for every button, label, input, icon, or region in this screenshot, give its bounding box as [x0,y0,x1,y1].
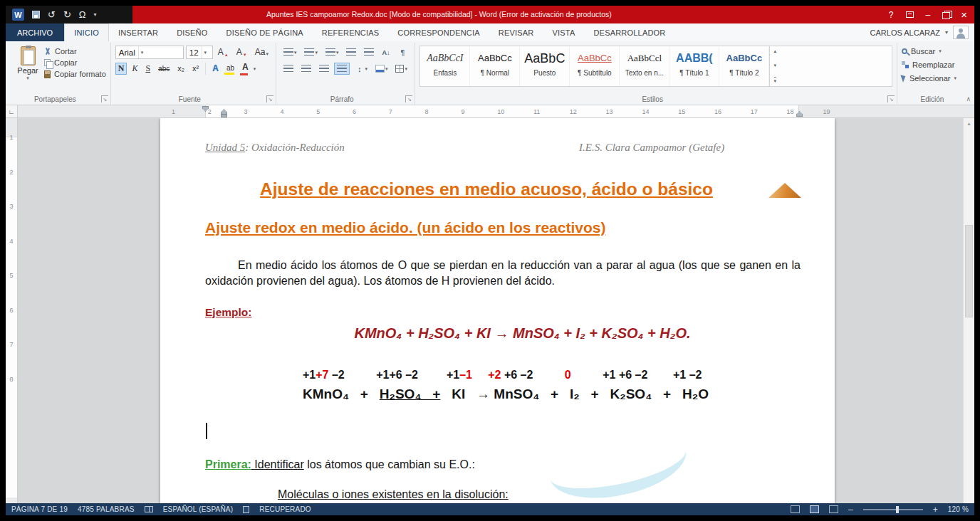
font-size-value: 12 [189,48,199,57]
style-enfasis[interactable]: AaBbCcIÉnfasis [420,46,470,86]
numbering-button[interactable]: ▾ [301,46,320,58]
format-painter-button[interactable]: Copiar formato [44,70,106,78]
justify-button[interactable] [334,63,350,75]
left-indent-marker[interactable] [221,115,227,117]
undo-icon[interactable]: ↺ [48,10,56,19]
zoom-slider-thumb[interactable] [896,506,899,513]
restore-icon[interactable] [942,12,949,18]
collapse-ribbon-icon[interactable]: ∧ [966,95,971,102]
copy-button[interactable]: Copiar [44,58,106,67]
borders-button[interactable]: ▾ [392,63,410,75]
tab-revisar[interactable]: REVISAR [489,23,543,41]
sort-button[interactable]: A↓ [379,47,392,58]
save-icon[interactable] [32,11,40,19]
underline-button[interactable]: S [142,63,153,75]
dialog-launcher-icon[interactable]: ↘ [266,95,273,102]
increase-indent-button[interactable] [361,46,377,58]
bold-button[interactable]: N [115,63,127,75]
font-color-button[interactable]: A [239,61,251,75]
dialog-launcher-icon[interactable]: ↘ [887,95,895,102]
align-center-button[interactable] [298,63,314,75]
proofing-icon[interactable] [145,506,153,512]
font-family-select[interactable]: Arial ▾ [115,46,184,59]
tab-correspondencia[interactable]: CORRESPONDENCIA [388,23,489,41]
line-spacing-button[interactable]: ↕▾ [352,61,370,77]
style-normal[interactable]: AaBbCc¶ Normal [470,46,520,86]
qat-customize-icon[interactable]: ▾ [94,12,97,18]
tab-referencias[interactable]: REFERENCIAS [313,23,388,41]
cut-button[interactable]: Cortar [44,47,106,56]
triangle-shape[interactable] [768,183,801,198]
minimize-icon[interactable]: – [926,11,931,19]
grow-font-button[interactable]: A▲ [215,46,231,58]
ruler-number: 1 [6,134,17,141]
vertical-ruler[interactable]: 12345678 [6,118,18,503]
help-icon[interactable]: ? [889,11,894,19]
highlight-button[interactable]: ab [224,63,237,75]
style-subtitulo[interactable]: AaBbCc¶ Subtítulo [570,46,620,86]
account-menu[interactable]: CARLOS ALCARAZ ▾ [870,23,974,41]
ruler-number: 7 [6,341,17,348]
page-indicator[interactable]: PÁGINA 7 DE 19 [11,505,68,513]
recovered-label[interactable]: RECUPERADO [259,505,311,513]
tab-insertar[interactable]: INSERTAR [109,23,167,41]
horizontal-ruler[interactable]: ∟ 12345678910111213141516171819 [6,105,974,118]
shading-button[interactable]: ▾ [372,63,391,75]
web-layout-icon[interactable] [829,505,838,513]
shrink-font-button[interactable]: A▼ [234,46,250,58]
align-left-button[interactable] [281,63,296,75]
tab-vista[interactable]: VISTA [543,23,584,41]
paste-button[interactable]: Pegar ▾ [11,44,44,81]
change-case-button[interactable]: Aa▾ [252,46,271,58]
omega-icon[interactable]: Ω [79,10,86,19]
dialog-launcher-icon[interactable]: ↘ [101,95,108,102]
zoom-in-button[interactable]: + [933,505,938,514]
style-texto-en-negrita[interactable]: AaBbCclTexto en n... [620,46,669,86]
word-count[interactable]: 4785 PALABRAS [78,505,135,513]
tab-desarrollador[interactable]: DESARROLLADOR [584,23,674,41]
style-titulo-1[interactable]: AABB(¶ Título 1 [669,46,719,86]
style-titulo-2[interactable]: AaBbCc¶ Título 2 [719,46,769,86]
text-effects-button[interactable]: A [209,63,221,75]
zoom-slider[interactable] [863,509,923,510]
tab-diseno-de-pagina[interactable]: DISEÑO DE PÁGINA [217,23,313,41]
decrease-indent-button[interactable] [343,46,359,58]
text-segment [472,369,488,381]
tab-inicio[interactable]: INICIO [64,23,109,41]
style-puesto[interactable]: AaBbCPuesto [520,46,570,86]
multilevel-list-button[interactable]: ▾ [323,46,342,58]
font-size-select[interactable]: 12 ▾ [186,46,213,59]
read-mode-icon[interactable] [791,505,800,513]
redo-icon[interactable]: ↻ [63,10,71,19]
tab-diseno[interactable]: DISEÑO [167,23,217,41]
styles-more-icon[interactable]: ▾ [774,77,777,84]
find-button[interactable]: Buscar▾ [902,44,970,58]
scroll-up-icon[interactable]: ▴ [774,48,777,54]
caret-down-icon[interactable]: ▾ [254,66,256,72]
document-page[interactable]: Unidad 5: Oxidación-Reducción I.E.S. Cla… [160,118,835,503]
subscript-button[interactable]: x₂ [174,63,187,74]
vertical-scrollbar[interactable]: ▴ [963,118,974,503]
superscript-button[interactable]: x² [189,63,202,74]
italic-button[interactable]: K [129,63,140,75]
scrollbar-thumb[interactable] [965,225,973,317]
tab-archivo[interactable]: ARCHIVO [6,23,64,41]
language-indicator[interactable]: ESPAÑOL (ESPAÑA) [163,505,234,513]
scroll-up-icon[interactable]: ▴ [964,118,974,127]
word-logo-icon[interactable]: W [12,9,24,21]
replace-button[interactable]: Reemplazar [902,58,970,71]
align-right-button[interactable] [316,63,332,75]
close-icon[interactable]: × [961,9,967,20]
scroll-down-icon[interactable]: ▾ [774,63,777,68]
select-button[interactable]: Seleccionar▾ [902,71,970,85]
ribbon-display-options-icon[interactable] [906,11,914,18]
user-avatar-icon[interactable] [953,26,969,39]
bullets-button[interactable]: ▾ [281,46,300,58]
strikethrough-button[interactable]: abc [155,63,172,74]
zoom-percentage[interactable]: 120 % [948,505,969,513]
dialog-launcher-icon[interactable]: ↘ [405,95,412,102]
zoom-out-button[interactable]: – [848,505,853,514]
show-paragraph-marks-button[interactable]: ¶ [395,45,410,60]
print-layout-icon[interactable] [810,505,819,513]
recovered-icon[interactable] [243,506,249,513]
